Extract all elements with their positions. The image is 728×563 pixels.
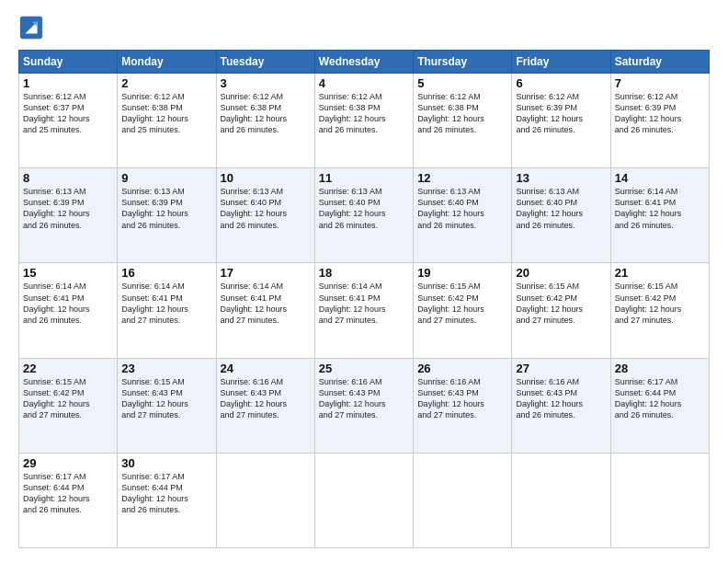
calendar-cell	[216, 453, 314, 547]
day-info: Sunrise: 6:15 AM Sunset: 6:42 PM Dayligh…	[23, 376, 113, 421]
day-info: Sunrise: 6:16 AM Sunset: 6:43 PM Dayligh…	[516, 376, 606, 421]
day-number: 10	[221, 171, 311, 185]
calendar-cell: 3Sunrise: 6:12 AM Sunset: 6:38 PM Daylig…	[216, 74, 314, 168]
header	[18, 15, 710, 40]
calendar-cell	[314, 453, 413, 547]
day-info: Sunrise: 6:15 AM Sunset: 6:42 PM Dayligh…	[615, 281, 705, 326]
day-info: Sunrise: 6:16 AM Sunset: 6:43 PM Dayligh…	[319, 376, 409, 421]
day-info: Sunrise: 6:12 AM Sunset: 6:37 PM Dayligh…	[23, 91, 113, 136]
day-number: 3	[221, 76, 311, 90]
calendar-cell: 16Sunrise: 6:14 AM Sunset: 6:41 PM Dayli…	[118, 263, 216, 358]
day-info: Sunrise: 6:14 AM Sunset: 6:41 PM Dayligh…	[319, 281, 409, 326]
calendar-cell: 25Sunrise: 6:16 AM Sunset: 6:43 PM Dayli…	[314, 358, 413, 453]
day-number: 25	[319, 362, 409, 375]
calendar-cell: 29Sunrise: 6:17 AM Sunset: 6:44 PM Dayli…	[19, 453, 118, 547]
day-number: 26	[417, 362, 507, 375]
day-number: 24	[221, 362, 311, 375]
calendar-cell: 24Sunrise: 6:16 AM Sunset: 6:43 PM Dayli…	[216, 358, 314, 453]
calendar-cell: 26Sunrise: 6:16 AM Sunset: 6:43 PM Dayli…	[414, 358, 512, 453]
day-number: 21	[615, 266, 705, 280]
day-number: 9	[121, 171, 211, 185]
calendar-header-tuesday: Tuesday	[216, 51, 314, 74]
calendar-header-saturday: Saturday	[610, 51, 709, 74]
page: SundayMondayTuesdayWednesdayThursdayFrid…	[0, 0, 728, 563]
day-number: 29	[23, 456, 113, 470]
day-info: Sunrise: 6:12 AM Sunset: 6:38 PM Dayligh…	[417, 91, 507, 136]
day-info: Sunrise: 6:17 AM Sunset: 6:44 PM Dayligh…	[121, 471, 211, 516]
day-number: 12	[417, 171, 507, 185]
calendar-header-wednesday: Wednesday	[314, 51, 413, 74]
day-info: Sunrise: 6:12 AM Sunset: 6:38 PM Dayligh…	[221, 91, 311, 136]
calendar-header-sunday: Sunday	[19, 51, 118, 74]
day-number: 1	[23, 76, 113, 90]
day-number: 13	[516, 171, 606, 185]
day-info: Sunrise: 6:14 AM Sunset: 6:41 PM Dayligh…	[23, 281, 113, 326]
day-number: 23	[121, 362, 211, 375]
day-number: 18	[319, 266, 409, 280]
calendar-cell: 2Sunrise: 6:12 AM Sunset: 6:38 PM Daylig…	[118, 74, 216, 168]
calendar-cell: 22Sunrise: 6:15 AM Sunset: 6:42 PM Dayli…	[19, 358, 118, 453]
calendar-header-friday: Friday	[512, 51, 610, 74]
calendar-cell: 8Sunrise: 6:13 AM Sunset: 6:39 PM Daylig…	[19, 168, 118, 263]
calendar-cell: 12Sunrise: 6:13 AM Sunset: 6:40 PM Dayli…	[414, 168, 512, 263]
calendar-table: SundayMondayTuesdayWednesdayThursdayFrid…	[18, 50, 710, 548]
logo	[18, 15, 48, 40]
day-number: 5	[417, 76, 507, 90]
day-number: 2	[121, 76, 211, 90]
day-number: 16	[121, 266, 211, 280]
calendar-cell: 11Sunrise: 6:13 AM Sunset: 6:40 PM Dayli…	[314, 168, 413, 263]
day-number: 6	[516, 76, 606, 90]
day-info: Sunrise: 6:16 AM Sunset: 6:43 PM Dayligh…	[417, 376, 507, 421]
day-number: 27	[516, 362, 606, 375]
day-info: Sunrise: 6:13 AM Sunset: 6:40 PM Dayligh…	[319, 186, 409, 231]
day-info: Sunrise: 6:13 AM Sunset: 6:39 PM Dayligh…	[121, 186, 211, 231]
calendar-cell	[512, 453, 610, 547]
day-info: Sunrise: 6:14 AM Sunset: 6:41 PM Dayligh…	[615, 186, 705, 231]
calendar-cell: 27Sunrise: 6:16 AM Sunset: 6:43 PM Dayli…	[512, 358, 610, 453]
day-number: 17	[221, 266, 311, 280]
day-info: Sunrise: 6:15 AM Sunset: 6:43 PM Dayligh…	[121, 376, 211, 421]
calendar-header-monday: Monday	[118, 51, 216, 74]
calendar-cell: 17Sunrise: 6:14 AM Sunset: 6:41 PM Dayli…	[216, 263, 314, 358]
calendar-cell: 5Sunrise: 6:12 AM Sunset: 6:38 PM Daylig…	[414, 74, 512, 168]
day-info: Sunrise: 6:13 AM Sunset: 6:40 PM Dayligh…	[417, 186, 507, 231]
calendar-cell: 15Sunrise: 6:14 AM Sunset: 6:41 PM Dayli…	[19, 263, 118, 358]
day-info: Sunrise: 6:14 AM Sunset: 6:41 PM Dayligh…	[121, 281, 211, 326]
day-info: Sunrise: 6:16 AM Sunset: 6:43 PM Dayligh…	[221, 376, 311, 421]
day-number: 15	[23, 266, 113, 280]
day-info: Sunrise: 6:14 AM Sunset: 6:41 PM Dayligh…	[221, 281, 311, 326]
calendar-cell	[414, 453, 512, 547]
day-info: Sunrise: 6:13 AM Sunset: 6:40 PM Dayligh…	[221, 186, 311, 231]
calendar-cell: 14Sunrise: 6:14 AM Sunset: 6:41 PM Dayli…	[610, 168, 709, 263]
calendar-cell: 9Sunrise: 6:13 AM Sunset: 6:39 PM Daylig…	[118, 168, 216, 263]
calendar-cell: 6Sunrise: 6:12 AM Sunset: 6:39 PM Daylig…	[512, 74, 610, 168]
day-info: Sunrise: 6:17 AM Sunset: 6:44 PM Dayligh…	[23, 471, 113, 516]
calendar-cell: 1Sunrise: 6:12 AM Sunset: 6:37 PM Daylig…	[19, 74, 118, 168]
calendar-cell: 4Sunrise: 6:12 AM Sunset: 6:38 PM Daylig…	[314, 74, 413, 168]
calendar-cell: 19Sunrise: 6:15 AM Sunset: 6:42 PM Dayli…	[414, 263, 512, 358]
day-info: Sunrise: 6:17 AM Sunset: 6:44 PM Dayligh…	[615, 376, 705, 421]
calendar-cell: 21Sunrise: 6:15 AM Sunset: 6:42 PM Dayli…	[610, 263, 709, 358]
day-number: 7	[615, 76, 705, 90]
day-number: 20	[516, 266, 606, 280]
calendar-cell: 20Sunrise: 6:15 AM Sunset: 6:42 PM Dayli…	[512, 263, 610, 358]
day-info: Sunrise: 6:12 AM Sunset: 6:39 PM Dayligh…	[615, 91, 705, 136]
day-info: Sunrise: 6:13 AM Sunset: 6:40 PM Dayligh…	[516, 186, 606, 231]
day-number: 28	[615, 362, 705, 375]
day-number: 4	[319, 76, 409, 90]
day-number: 14	[615, 171, 705, 185]
calendar-cell: 13Sunrise: 6:13 AM Sunset: 6:40 PM Dayli…	[512, 168, 610, 263]
day-info: Sunrise: 6:13 AM Sunset: 6:39 PM Dayligh…	[23, 186, 113, 231]
day-info: Sunrise: 6:12 AM Sunset: 6:38 PM Dayligh…	[121, 91, 211, 136]
calendar-cell: 10Sunrise: 6:13 AM Sunset: 6:40 PM Dayli…	[216, 168, 314, 263]
calendar-cell: 30Sunrise: 6:17 AM Sunset: 6:44 PM Dayli…	[118, 453, 216, 547]
day-number: 22	[23, 362, 113, 375]
day-number: 11	[319, 171, 409, 185]
day-number: 30	[121, 456, 211, 470]
calendar-cell: 18Sunrise: 6:14 AM Sunset: 6:41 PM Dayli…	[314, 263, 413, 358]
calendar-cell: 7Sunrise: 6:12 AM Sunset: 6:39 PM Daylig…	[610, 74, 709, 168]
logo-icon	[18, 15, 44, 40]
day-info: Sunrise: 6:15 AM Sunset: 6:42 PM Dayligh…	[417, 281, 507, 326]
calendar-cell: 28Sunrise: 6:17 AM Sunset: 6:44 PM Dayli…	[610, 358, 709, 453]
day-info: Sunrise: 6:12 AM Sunset: 6:38 PM Dayligh…	[319, 91, 409, 136]
